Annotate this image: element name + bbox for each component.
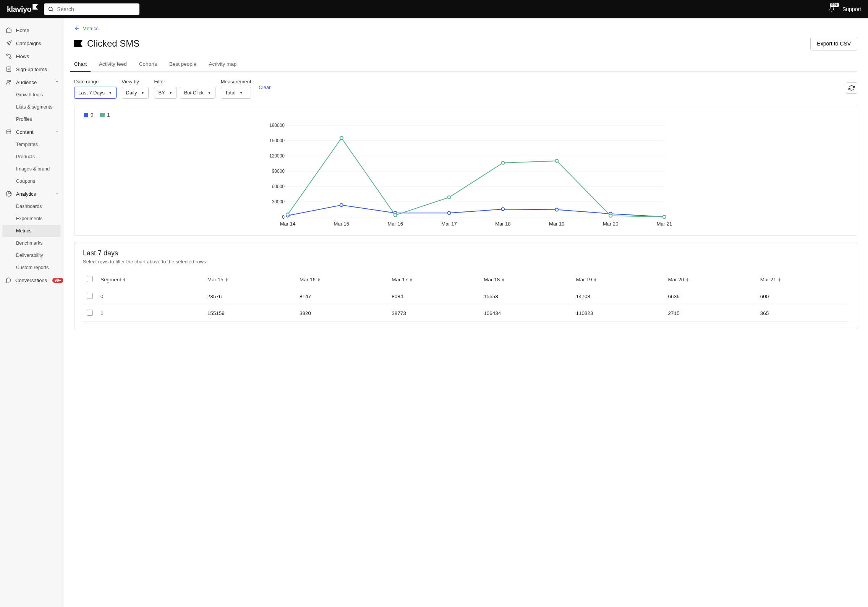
controls-row: Date range Last 7 Days ▼ View by Daily ▼…	[74, 79, 857, 99]
notification-badge: 99+	[830, 3, 839, 7]
topbar: klaviyo 99+ Support	[0, 0, 868, 18]
clear-filters-link[interactable]: Clear	[259, 84, 270, 90]
tab-chart[interactable]: Chart	[74, 57, 87, 71]
support-link[interactable]: Support	[842, 6, 861, 12]
sidebar-item-label: Campaigns	[16, 41, 41, 46]
sidebar-item-analytics[interactable]: Analytics⌃	[0, 187, 63, 200]
sort-icon: ▲▼	[225, 278, 228, 282]
table-subtitle: Select rows to filter the chart above to…	[83, 259, 849, 265]
tab-cohorts[interactable]: Cohorts	[139, 57, 157, 71]
sidebar-item-home[interactable]: Home	[0, 24, 63, 37]
view-by-select[interactable]: Daily ▼	[122, 87, 149, 99]
column-header[interactable]: Mar 20▲▼	[664, 271, 756, 288]
cell-value: 6636	[664, 288, 756, 305]
chevron-down-icon: ▼	[108, 91, 112, 95]
cell-value: 8084	[388, 288, 480, 305]
svg-text:Mar 16: Mar 16	[387, 221, 403, 227]
sidebar-subitem-products[interactable]: Products	[0, 151, 63, 163]
column-header[interactable]: Mar 17▲▼	[388, 271, 480, 288]
sidebar-subitem-templates[interactable]: Templates	[0, 138, 63, 151]
arrow-left-icon	[74, 25, 80, 31]
chevron-down-icon: ▼	[141, 91, 144, 95]
search-input[interactable]	[57, 6, 136, 12]
svg-text:Mar 19: Mar 19	[549, 221, 564, 227]
svg-point-9	[9, 80, 11, 82]
sidebar-item-label: Home	[16, 28, 29, 33]
column-header[interactable]: Mar 21▲▼	[756, 271, 849, 288]
sidebar-item-campaigns[interactable]: Campaigns	[0, 37, 63, 50]
chevron-icon: ⌃	[55, 130, 58, 134]
chevron-down-icon: ▼	[207, 91, 211, 95]
legend-item[interactable]: 0	[84, 112, 93, 118]
date-range-select[interactable]: Last 7 Days ▼	[74, 87, 117, 99]
sidebar-subitem-experiments[interactable]: Experiments	[0, 213, 63, 225]
sidebar-item-label: Analytics	[16, 191, 36, 197]
export-csv-button[interactable]: Export to CSV	[810, 37, 857, 50]
row-checkbox[interactable]	[87, 293, 93, 299]
svg-text:30000: 30000	[272, 199, 285, 204]
svg-text:120000: 120000	[269, 153, 285, 159]
legend-item[interactable]: 1	[100, 112, 110, 118]
view-by-value: Daily	[126, 90, 137, 96]
form-icon	[5, 66, 12, 72]
svg-point-44	[340, 136, 343, 140]
measurement-value: Total	[225, 90, 235, 96]
select-all-checkbox[interactable]	[87, 276, 93, 282]
logo-mark-icon	[32, 4, 38, 10]
svg-text:Mar 14: Mar 14	[280, 221, 295, 227]
cell-value: 365	[756, 305, 849, 322]
svg-marker-2	[6, 41, 11, 45]
tab-activity-feed[interactable]: Activity feed	[99, 57, 127, 71]
sidebar-item-label: Audience	[16, 80, 37, 85]
sidebar-item-sign-up-forms[interactable]: Sign-up forms	[0, 63, 63, 76]
column-header[interactable]: Mar 19▲▼	[572, 271, 664, 288]
sidebar-subitem-images-brand[interactable]: Images & brand	[0, 163, 63, 175]
sidebar-subitem-growth-tools[interactable]: Growth tools	[0, 89, 63, 101]
sort-icon: ▲▼	[778, 278, 781, 282]
table-card: Last 7 days Select rows to filter the ch…	[74, 242, 857, 329]
row-checkbox[interactable]	[87, 310, 93, 316]
sidebar-subitem-benchmarks[interactable]: Benchmarks	[0, 237, 63, 249]
line-chart: 0300006000090000120000150000180000Mar 14…	[83, 122, 849, 229]
logo[interactable]: klaviyo	[7, 5, 38, 14]
sidebar-item-content[interactable]: Content⌃	[0, 125, 63, 138]
legend-label: 1	[107, 112, 110, 118]
filter-value-select[interactable]: Bot Click ▼	[180, 87, 215, 99]
tab-best-people[interactable]: Best people	[169, 57, 196, 71]
svg-text:Mar 21: Mar 21	[657, 221, 672, 227]
tab-activity-map[interactable]: Activity map	[209, 57, 236, 71]
sidebar-item-flows[interactable]: Flows	[0, 50, 63, 63]
filter-by-value: BY	[158, 90, 165, 96]
refresh-button[interactable]	[846, 82, 857, 94]
sidebar-subitem-lists-segments[interactable]: Lists & segments	[0, 101, 63, 113]
svg-point-46	[448, 196, 451, 199]
search-box[interactable]	[44, 3, 139, 15]
flow-icon	[5, 53, 12, 59]
column-header[interactable]: Segment▲▼	[97, 271, 204, 288]
content-icon	[5, 129, 12, 135]
sidebar-subitem-custom-reports[interactable]: Custom reports	[0, 261, 63, 274]
column-header[interactable]: Mar 15▲▼	[204, 271, 296, 288]
chart-card: 01 0300006000090000120000150000180000Mar…	[74, 105, 857, 236]
column-header[interactable]: Mar 18▲▼	[480, 271, 572, 288]
sidebar-subitem-deliverability[interactable]: Deliverability	[0, 249, 63, 261]
refresh-icon	[849, 85, 855, 91]
sidebar-subitem-dashboards[interactable]: Dashboards	[0, 200, 63, 213]
sidebar-item-label: Content	[16, 129, 34, 135]
notifications-button[interactable]: 99+	[829, 6, 835, 13]
cell-value: 8147	[296, 288, 388, 305]
measurement-select[interactable]: Total ▼	[221, 87, 251, 99]
column-header[interactable]: Mar 16▲▼	[296, 271, 388, 288]
sidebar-item-conversations[interactable]: Conversations99+	[0, 274, 63, 287]
sidebar-subitem-profiles[interactable]: Profiles	[0, 113, 63, 125]
filter-by-select[interactable]: BY ▼	[154, 87, 177, 99]
breadcrumb-label: Metrics	[83, 26, 99, 31]
svg-point-38	[448, 211, 451, 214]
sidebar-item-audience[interactable]: Audience⌃	[0, 76, 63, 89]
breadcrumb-back[interactable]: Metrics	[74, 25, 857, 31]
sidebar-subitem-metrics[interactable]: Metrics	[2, 225, 61, 237]
svg-point-47	[501, 161, 504, 164]
chat-icon	[5, 277, 11, 283]
svg-text:Mar 15: Mar 15	[334, 221, 349, 227]
sidebar-subitem-coupons[interactable]: Coupons	[0, 175, 63, 187]
